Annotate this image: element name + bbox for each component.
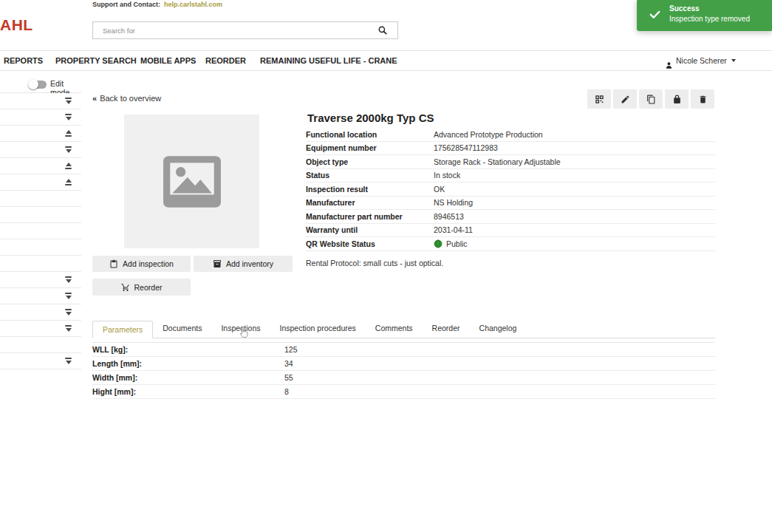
tab-parameters[interactable]: Parameters [92,321,153,338]
search-input[interactable] [103,22,376,38]
sidebar-row[interactable] [0,256,81,272]
table-row: Manufacturer part number8946513 [306,210,715,224]
table-row: Width [mm]:55 [92,371,715,385]
parameter-label: WLL [kg]: [92,345,284,354]
sidebar-row[interactable] [0,304,81,321]
chevron-down-icon[interactable] [65,98,72,104]
chevron-up-icon[interactable] [65,130,72,137]
table-row: Warranty until2031-04-11 [306,224,715,238]
sidebar-row[interactable] [0,158,81,174]
sidebar-row[interactable] [0,191,81,207]
toast-message: Inspection type removed [669,15,750,23]
tab-comments[interactable]: Comments [366,320,423,338]
detail-tabs: Parameters Documents Inspections Inspect… [92,321,715,338]
lock-icon [672,95,682,104]
lock-button[interactable] [665,89,689,109]
chevron-up-icon[interactable] [65,179,72,185]
qr-code-button[interactable] [587,89,611,109]
chevron-down-icon[interactable] [65,276,72,283]
cart-icon [121,283,130,292]
nav-item-reports[interactable]: REPORTS [4,51,43,70]
property-table: Functional locationAdvanced Prototype Pr… [306,128,715,251]
sidebar-row[interactable] [0,239,81,256]
parameters-table: WLL [kg]:125 Length [mm]:34 Width [mm]:5… [92,342,715,399]
chevron-up-icon[interactable] [65,163,72,169]
chevron-down-icon[interactable] [65,293,72,299]
sidebar-row[interactable] [0,223,81,239]
product-image-placeholder [124,115,259,248]
success-toast: Success Inspection type removed [637,0,772,31]
chevron-down-icon[interactable] [65,309,72,316]
tab-inspections[interactable]: Inspections [211,320,270,338]
property-label: Manufacturer part number [306,212,434,221]
table-row: StatusIn stock [306,169,715,183]
back-to-overview-link[interactable]: «Back to overview [92,94,161,103]
property-label: Warranty until [306,225,434,234]
sidebar-row[interactable] [0,126,81,142]
reorder-button[interactable]: Reorder [92,279,191,296]
edit-mode-row: Edit mode [0,74,81,93]
nav-item-remaining-useful-life[interactable]: REMAINING USEFUL LIFE - CRANE [260,51,397,70]
sidebar-row[interactable] [0,142,81,158]
edit-button[interactable] [613,89,637,109]
user-name: Nicole Scherer [676,51,727,70]
main-nav: REPORTS PROPERTY SEARCH MOBILE APPS REOR… [0,50,772,71]
chevron-down-icon[interactable] [65,325,72,332]
tab-documents[interactable]: Documents [153,320,211,338]
clipboard-icon [109,259,118,268]
sidebar-row[interactable] [0,93,81,109]
nav-item-property-search[interactable]: PROPERTY SEARCH [55,51,137,70]
property-value: NS Holding [434,198,473,207]
chevron-down-icon [731,59,736,62]
chevron-down-icon[interactable] [65,358,72,364]
tab-inspection-procedures[interactable]: Inspection procedures [270,320,366,338]
sidebar-row[interactable] [0,288,81,304]
property-value: 8946513 [434,212,464,221]
parameter-value: 34 [284,359,293,368]
delete-button[interactable] [691,89,714,109]
property-value: Advanced Prototype Production [434,130,543,139]
edit-mode-toggle[interactable] [28,79,47,89]
support-link[interactable]: help.carlstahl.com [164,1,222,8]
property-value: Public [434,239,468,248]
sidebar-row[interactable] [0,272,81,288]
parameter-value: 125 [284,345,298,354]
table-row: Equipment number175628547112983 [306,142,715,156]
add-inventory-button[interactable]: Add inventory [194,256,293,272]
page-title: Traverse 2000kg Typ CS [307,112,434,124]
globe-public-icon [434,239,443,248]
sidebar-row[interactable] [0,337,81,353]
search-icon[interactable] [378,25,388,35]
property-label: Functional location [306,130,434,139]
sidebar-row[interactable] [0,353,81,369]
add-inspection-button[interactable]: Add inspection [92,256,191,272]
property-label: Equipment number [306,143,434,152]
sidebar-row[interactable] [0,109,81,126]
duplicate-button[interactable] [639,89,663,109]
sidebar-rows [0,93,81,369]
nav-item-reorder[interactable]: REORDER [205,51,246,70]
property-label: Inspection result [306,185,434,194]
support-contact-line: Support and Contact:help.carlstahl.com [92,1,222,8]
tab-reorder[interactable]: Reorder [423,320,470,338]
user-menu[interactable]: Nicole Scherer [665,51,736,70]
trash-icon [698,95,708,104]
parameter-value: 55 [284,373,293,382]
sidebar-row[interactable] [0,321,81,337]
property-label: Object type [306,157,434,166]
check-icon [649,8,661,21]
toast-title: Success [669,4,700,13]
tab-changelog[interactable]: Changelog [470,320,527,338]
add-inventory-label: Add inventory [226,259,273,268]
property-value: 175628547112983 [434,143,498,152]
sidebar-row[interactable] [0,207,81,223]
property-label: QR Website Status [306,239,434,248]
property-label: Manufacturer [306,198,434,207]
sidebar-row[interactable] [0,174,81,191]
chevron-down-icon[interactable] [65,114,72,120]
chevron-down-icon[interactable] [65,146,72,153]
reorder-label: Reorder [134,283,163,292]
nav-item-mobile-apps[interactable]: MOBILE APPS [140,51,196,70]
back-link-label: Back to overview [100,94,161,103]
rental-protocol-note: Rental Protocol: small cuts - just optic… [306,259,443,267]
